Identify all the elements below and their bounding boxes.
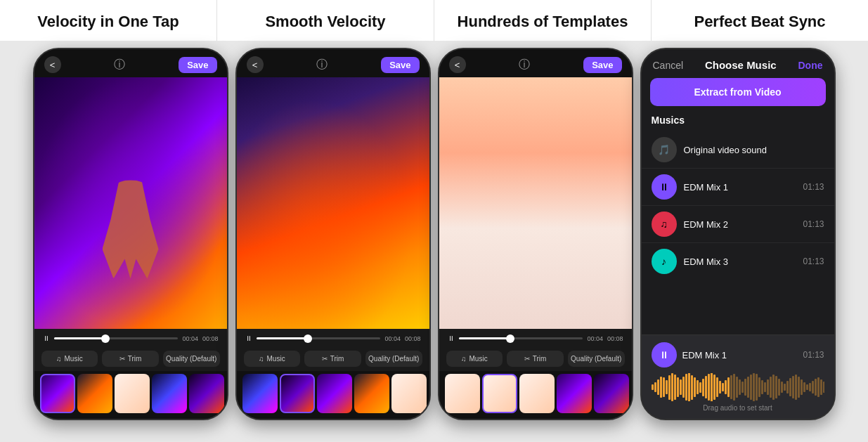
thumb-strip-1 — [34, 371, 227, 419]
title-panel2: Smooth Velocity — [217, 0, 434, 41]
video-area-3 — [439, 77, 632, 329]
back-button-1[interactable]: < — [44, 56, 61, 73]
ctrl-row-3: ♫ Music ✂ Trim Quality (Default) — [439, 346, 632, 371]
video-area-2 — [237, 77, 429, 329]
edm3-icon: ♪ — [652, 249, 677, 274]
music-item-original[interactable]: 🎵 Original video sound — [642, 131, 834, 168]
topbar-3: < ⓘ Save — [439, 49, 632, 77]
thumb-3-3[interactable] — [519, 374, 555, 413]
thumb-2-2[interactable] — [280, 374, 315, 413]
music-item-edm3[interactable]: ♪ EDM Mix 3 01:13 — [642, 242, 834, 280]
title-panel4: Perfect Beat Sync — [652, 0, 868, 41]
musics-label: Musics — [642, 115, 834, 131]
video-area-1 — [34, 77, 227, 329]
time-end-3: 00:08 — [607, 335, 623, 342]
bottom-track-icon: ⏸ — [652, 342, 677, 368]
trim-label-3: Trim — [533, 355, 547, 363]
music-btn-1[interactable]: ♫ Music — [41, 351, 98, 367]
trim-btn-2[interactable]: ✂ Trim — [304, 351, 361, 367]
save-button-2[interactable]: Save — [381, 57, 419, 73]
thumb-strip-3 — [439, 371, 632, 419]
thumb-1-4[interactable] — [152, 374, 187, 413]
edm2-duration: 01:13 — [803, 219, 824, 229]
thumb-1-1[interactable] — [40, 374, 75, 413]
cancel-button[interactable]: Cancel — [653, 60, 684, 71]
phone-4: Cancel Choose Music Done Extract from Vi… — [640, 48, 836, 420]
edm1-icon: ⏸ — [652, 174, 677, 200]
back-button-2[interactable]: < — [247, 56, 264, 73]
timeline-2: ⏸ 00:04 00:08 — [237, 329, 429, 346]
music-btn-3[interactable]: ♫ Music — [446, 351, 503, 367]
thumb-2-4[interactable] — [354, 374, 389, 413]
done-button[interactable]: Done — [798, 60, 823, 71]
timeline-1: ⏸ 00:04 00:08 — [34, 329, 227, 346]
phones-row: < ⓘ Save ⏸ 00:04 00:08 ♫ Music — [0, 41, 868, 442]
thumb-1-5[interactable] — [189, 374, 224, 413]
info-icon-2[interactable]: ⓘ — [316, 58, 328, 72]
progress-track-1[interactable] — [54, 337, 179, 339]
bottom-track-row: ⏸ EDM Mix 1 01:13 — [652, 342, 824, 368]
music-icon-3: ♫ — [461, 355, 467, 363]
phone-2: < ⓘ Save ⏸ 00:04 00:08 ♫ Music — [235, 48, 431, 420]
topbar-1: < ⓘ Save — [34, 49, 227, 77]
ctrl-row-2: ♫ Music ✂ Trim Quality (Default) — [237, 346, 429, 371]
save-button-3[interactable]: Save — [583, 57, 621, 73]
thumb-3-5[interactable] — [594, 374, 629, 413]
quality-btn-3[interactable]: Quality (Default) — [568, 351, 625, 367]
waveform[interactable] — [652, 373, 824, 401]
thumb-strip-2 — [237, 371, 429, 419]
save-button-1[interactable]: Save — [179, 57, 216, 73]
progress-track-2[interactable] — [257, 337, 381, 339]
quality-btn-2[interactable]: Quality (Default) — [365, 351, 422, 367]
drag-hint: Drag audio to set start — [652, 404, 824, 412]
time-start-3: 00:04 — [587, 335, 603, 342]
play-button-2[interactable]: ⏸ — [245, 334, 252, 342]
music-item-edm2[interactable]: ♫ EDM Mix 2 01:13 — [642, 205, 834, 242]
time-end-2: 00:08 — [405, 335, 421, 342]
play-button-3[interactable]: ⏸ — [448, 334, 455, 342]
trim-label-2: Trim — [330, 355, 344, 363]
thumb-1-2[interactable] — [77, 374, 112, 413]
music-btn-2[interactable]: ♫ Music — [244, 351, 301, 367]
edm3-name: EDM Mix 3 — [684, 256, 796, 267]
info-icon-3[interactable]: ⓘ — [519, 58, 530, 72]
progress-track-3[interactable] — [459, 337, 583, 339]
thumb-2-1[interactable] — [242, 374, 278, 413]
quality-label-1: Quality (Default) — [166, 355, 216, 363]
quality-label-2: Quality (Default) — [368, 355, 419, 363]
trim-icon-1: ✂ — [119, 355, 125, 363]
back-button-3[interactable]: < — [449, 56, 466, 73]
bottom-track-duration: 01:13 — [803, 350, 824, 360]
dancer-silhouette — [103, 180, 159, 278]
phone-3: < ⓘ Save ⏸ 00:04 00:08 ♫ Music — [438, 48, 633, 420]
thumb-3-1[interactable] — [445, 374, 480, 413]
thumb-3-4[interactable] — [557, 374, 592, 413]
bottom-track-name: EDM Mix 1 — [682, 350, 798, 360]
edm2-name: EDM Mix 2 — [684, 219, 796, 230]
quality-label-3: Quality (Default) — [571, 355, 621, 363]
trim-btn-1[interactable]: ✂ Trim — [102, 351, 159, 367]
edm2-icon: ♫ — [652, 212, 677, 237]
edm1-duration: 01:13 — [803, 182, 824, 192]
quality-btn-1[interactable]: Quality (Default) — [163, 351, 220, 367]
trim-icon-2: ✂ — [322, 355, 328, 363]
thumb-2-3[interactable] — [317, 374, 352, 413]
thumb-1-3[interactable] — [115, 374, 150, 413]
trim-icon-3: ✂ — [524, 355, 530, 363]
trim-label-1: Trim — [128, 355, 142, 363]
music-icon-2: ♫ — [259, 355, 264, 363]
music-label-1: Music — [65, 355, 83, 363]
edm1-name: EDM Mix 1 — [684, 182, 796, 193]
time-start-1: 00:04 — [182, 335, 198, 342]
edm3-duration: 01:13 — [803, 256, 824, 266]
thumb-3-2[interactable] — [482, 374, 517, 413]
info-icon-1[interactable]: ⓘ — [114, 58, 125, 72]
choose-music-heading: Choose Music — [705, 59, 777, 71]
trim-btn-3[interactable]: ✂ Trim — [507, 351, 564, 367]
play-button-1[interactable]: ⏸ — [43, 334, 50, 342]
extract-from-video-button[interactable]: Extract from Video — [650, 78, 826, 106]
thumb-2-5[interactable] — [391, 374, 427, 413]
time-end-1: 00:08 — [202, 335, 219, 342]
title-panel3: Hundreds of Templates — [434, 0, 652, 41]
music-item-edm1[interactable]: ⏸ EDM Mix 1 01:13 — [642, 168, 834, 205]
